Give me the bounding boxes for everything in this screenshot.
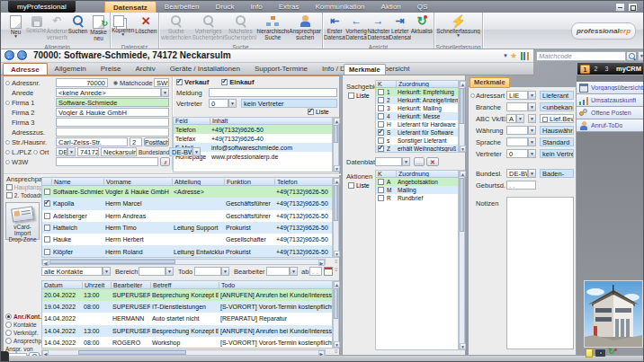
aktionen-header-zuordnung[interactable]: Zuordnung bbox=[396, 171, 458, 177]
branche-dropdown-icon[interactable]: ▼ bbox=[528, 102, 536, 111]
history-row[interactable]: 20.04.202213:00SUPERUSERBesprechung Konz… bbox=[42, 289, 332, 301]
tab-archiv[interactable]: Archiv bbox=[128, 63, 162, 75]
ribbon-button-l-schen[interactable]: Löschen bbox=[135, 13, 158, 43]
waehrung-dropdown-icon[interactable]: ▼ bbox=[528, 126, 536, 135]
land-radio[interactable] bbox=[5, 150, 10, 155]
contact-select-cell[interactable] bbox=[42, 222, 51, 234]
scroll-right-icon[interactable]: ▶ bbox=[318, 260, 325, 266]
sachgebiet-select-cell[interactable] bbox=[376, 137, 385, 145]
contacts-header-name[interactable]: Name bbox=[51, 179, 103, 185]
history-header-betreff[interactable]: Betreff bbox=[150, 282, 219, 288]
sachgebiet-checkbox[interactable] bbox=[378, 105, 384, 111]
ribbon-button-schnellerfassung[interactable]: Schnellerfassung▼ bbox=[435, 13, 481, 43]
contacts-header-abteilung[interactable]: Abteilung bbox=[172, 179, 224, 185]
sprache-dropdown-icon[interactable]: ▼ bbox=[528, 137, 536, 146]
anrede-dropdown-icon[interactable]: ▼ bbox=[161, 88, 169, 97]
crm-tab-1[interactable]: 1 bbox=[580, 65, 590, 74]
ribbon-button-kopieren[interactable]: Kopieren▼ bbox=[112, 13, 135, 43]
sachgebiete-table-header[interactable]: K Zuordnung bbox=[375, 80, 459, 88]
vertreter-detail-dropdown-icon[interactable]: ▼ bbox=[528, 149, 536, 158]
contact-checkbox[interactable] bbox=[44, 225, 50, 231]
sachgebiet-row-herkunft-empfehlung[interactable]: 1Herkunft: Empfehlung bbox=[376, 88, 458, 96]
adressart-dropdown-icon[interactable]: ▼ bbox=[528, 91, 536, 100]
firma1-field[interactable]: Software-Schmiede bbox=[56, 98, 169, 107]
fields-row-telefax[interactable]: Telefax+49(7132)9626-40 bbox=[174, 134, 332, 143]
ribbon-button-erster-datensatz[interactable]: Erster Datensatz bbox=[324, 13, 345, 43]
contact-select-cell[interactable] bbox=[42, 186, 51, 198]
aktion-select-cell[interactable] bbox=[376, 186, 385, 194]
bereich-select[interactable] bbox=[139, 267, 165, 276]
matchcode-search-input[interactable]: Matchcode bbox=[536, 51, 626, 61]
geburtsdatum-field[interactable]: . . bbox=[506, 181, 536, 190]
history-radio-anr-kont[interactable]: Anr./Kont. bbox=[5, 313, 41, 321]
contact-select-cell[interactable] bbox=[42, 198, 51, 209]
ribbon-tab-aktion[interactable]: Aktion bbox=[373, 1, 409, 13]
contact-select-cell[interactable] bbox=[42, 245, 51, 257]
abc-field[interactable]: A bbox=[506, 114, 516, 123]
adresszusatz-field[interactable] bbox=[56, 128, 169, 137]
sachgebiet-row-herkunft-mailing[interactable]: 3Herkunft: Mailing bbox=[376, 104, 458, 112]
aktionen-scrollbar[interactable]: ▲ ▼ bbox=[459, 170, 465, 350]
ribbon-tab-extras[interactable]: Extras bbox=[271, 1, 308, 13]
meldung-field[interactable] bbox=[209, 88, 337, 97]
history-hscrollbar[interactable]: ◀ ▶ bbox=[41, 349, 326, 356]
datenblatt-select[interactable] bbox=[375, 157, 402, 166]
aktion-checkbox[interactable] bbox=[378, 187, 384, 193]
sachgebiet-select-cell[interactable] bbox=[376, 96, 385, 104]
history-header-datum[interactable]: Datum bbox=[42, 282, 82, 288]
sprache-field[interactable] bbox=[506, 137, 528, 146]
scroll-down-icon[interactable]: ▼ bbox=[334, 165, 340, 172]
kontakte-filter-select[interactable]: alle Kontakte bbox=[41, 267, 103, 276]
einkauf-checkbox[interactable]: Einkauf bbox=[221, 78, 254, 86]
sidebar-item-umsatzauskunft[interactable]: Umsatzauskunft bbox=[577, 94, 644, 107]
tab-ger-te-installationen[interactable]: Geräte / Installationen bbox=[163, 63, 247, 75]
ribbon-button-maske-neu-laden[interactable]: Maske neu laden bbox=[88, 13, 109, 43]
liefbew-checkbox[interactable]: Lief.Bew. bbox=[540, 114, 574, 123]
contact-checkbox[interactable] bbox=[44, 189, 50, 195]
firma3-field[interactable] bbox=[56, 118, 169, 127]
scroll-down-icon[interactable]: ▼ bbox=[460, 343, 466, 349]
sachgebiet-checkbox[interactable] bbox=[378, 129, 384, 136]
ribbon-button-ansprechpartner-suchen[interactable]: Ansprechpartner suchen bbox=[289, 13, 321, 43]
sync-icon[interactable] bbox=[608, 349, 617, 358]
w3w-button[interactable]: /// bbox=[160, 157, 170, 166]
ribbon-button-aktualisieren[interactable]: Aktualisieren bbox=[411, 13, 433, 43]
window-maximize-button[interactable] bbox=[628, 3, 638, 12]
contact-select-cell[interactable] bbox=[42, 234, 51, 245]
contacts-hscrollbar[interactable]: ◀ ▶ bbox=[41, 259, 326, 265]
bundesland-detail-field[interactable]: DE-BW bbox=[506, 169, 528, 178]
merkmale-tab[interactable]: Merkmale bbox=[344, 64, 386, 75]
sachgebiete-liste-checkbox[interactable]: Liste bbox=[348, 93, 370, 99]
sachgebiet-row-herkunft-messe[interactable]: 4Herkunft: Messe bbox=[376, 112, 458, 120]
sachgebiet-row-lieferant-f-r-hardware[interactable]: HLieferant für Hardware bbox=[376, 120, 458, 128]
contact-row-kl-pfer[interactable]: KlöpferHerrn RolandLeitung EntwicklungPr… bbox=[42, 245, 332, 257]
ribbon-button-neu[interactable]: Neu▼ bbox=[5, 13, 26, 43]
kontakte-filter-dropdown-icon[interactable]: ▼ bbox=[103, 267, 111, 276]
sidebar-item-anruf-todo[interactable]: Anruf-ToDo bbox=[577, 119, 644, 132]
land-dropdown-icon[interactable]: ▼ bbox=[67, 147, 76, 156]
contacts-header-funktion[interactable]: Funktion bbox=[224, 179, 274, 185]
contact-checkbox[interactable] bbox=[44, 236, 50, 243]
ribbon-button-letzter-datensatz[interactable]: Letzter Datensatz bbox=[389, 13, 411, 43]
history-header-uhrzeit[interactable]: Uhrzeit bbox=[82, 282, 111, 288]
sachgebiet-checkbox[interactable] bbox=[378, 97, 384, 103]
sachgebiet-select-cell[interactable] bbox=[376, 120, 385, 128]
ab-datum-field[interactable]: . . bbox=[309, 267, 322, 276]
strasse-radio[interactable] bbox=[5, 140, 10, 145]
history-radio-verkn-pf[interactable]: Verknüpf. bbox=[5, 329, 41, 337]
contact-checkbox[interactable] bbox=[44, 249, 50, 255]
bundesland-dropdown-icon[interactable]: ▼ bbox=[192, 147, 201, 156]
postfach-button[interactable]: Postfach bbox=[144, 137, 169, 146]
scroll-down-icon[interactable]: ▼ bbox=[334, 341, 340, 348]
w3w-field[interactable] bbox=[56, 157, 158, 166]
bundesland-detail-dropdown-icon[interactable]: ▼ bbox=[528, 169, 536, 178]
aktionen-liste-checkbox[interactable]: Liste bbox=[348, 182, 370, 189]
favorite-star-icon[interactable]: ★ bbox=[510, 51, 517, 60]
sachgebiet-row-herkunft-anzeige-internet[interactable]: 2Herkunft: Anzeige/Internet bbox=[376, 96, 458, 104]
contacts-table-header[interactable]: Name Vorname Abteilung Funktion Telefon bbox=[41, 177, 333, 186]
history-row[interactable]: 19.04.202208:00SUPERUSERIT-Dienstleistun… bbox=[42, 301, 332, 313]
datenblatt-dropdown-icon[interactable]: ▼ bbox=[402, 157, 410, 166]
resize-grip[interactable]: ≡ bbox=[335, 259, 338, 265]
todo-dropdown-icon[interactable]: ▼ bbox=[221, 267, 229, 276]
tab-adresse[interactable]: Adresse bbox=[3, 63, 48, 75]
